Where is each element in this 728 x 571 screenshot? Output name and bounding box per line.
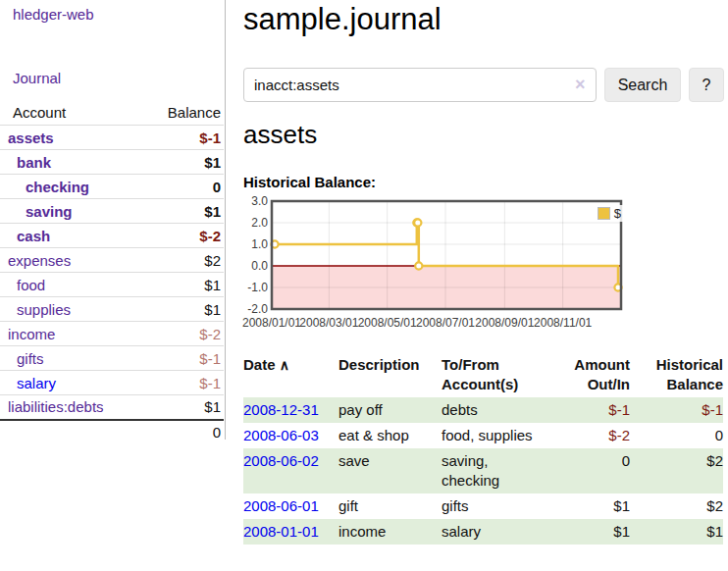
chart-legend: $ bbox=[596, 205, 623, 222]
account-balance: $-1 bbox=[145, 346, 224, 371]
transaction-accounts: gifts bbox=[442, 493, 549, 519]
account-link-cash[interactable]: cash bbox=[17, 228, 50, 244]
transaction-description: save bbox=[338, 448, 442, 493]
y-axis-tick: 1.0 bbox=[235, 237, 268, 251]
account-row: food$1 bbox=[0, 273, 224, 297]
account-balance: $1 bbox=[145, 395, 224, 420]
account-balance: $-2 bbox=[145, 224, 224, 248]
transaction-accounts: salary bbox=[442, 519, 549, 545]
account-link-food[interactable]: food bbox=[17, 277, 45, 293]
account-row: salary$-1 bbox=[0, 371, 224, 395]
account-link-expenses[interactable]: expenses bbox=[8, 252, 71, 269]
account-link-salary[interactable]: salary bbox=[17, 375, 56, 391]
transaction-amount: $-1 bbox=[549, 397, 630, 423]
accounts-table-header: Account Balance bbox=[0, 100, 224, 126]
hledger-web-app: hledger-web Journal Account Balance asse… bbox=[0, 0, 728, 571]
account-balance: $1 bbox=[145, 199, 224, 224]
transaction-accounts: food, supplies bbox=[442, 423, 549, 448]
account-link-income[interactable]: income bbox=[8, 326, 55, 342]
accounts-header-balance: Balance bbox=[145, 100, 224, 126]
search-button[interactable]: Search bbox=[604, 68, 681, 102]
transaction-amount: 0 bbox=[549, 448, 630, 493]
transaction-description: eat & shop bbox=[338, 423, 442, 448]
y-axis-tick: 2.0 bbox=[235, 216, 268, 230]
account-row: bank$1 bbox=[0, 150, 224, 175]
chart-plot-area[interactable] bbox=[235, 198, 632, 318]
account-balance: $2 bbox=[145, 248, 224, 273]
accounts-total-spacer bbox=[0, 420, 145, 444]
account-link-checking[interactable]: checking bbox=[26, 179, 89, 195]
account-link-bank[interactable]: bank bbox=[17, 154, 51, 171]
app-title-link[interactable]: hledger-web bbox=[13, 6, 94, 23]
account-balance: $1 bbox=[145, 273, 224, 297]
account-balance: $-1 bbox=[145, 371, 224, 395]
register-header-amount: Amount Out/In bbox=[549, 353, 630, 397]
transaction-balance: $1 bbox=[630, 519, 723, 545]
account-row: liabilities:debts$1 bbox=[0, 395, 224, 420]
transaction-balance: $-1 bbox=[630, 397, 723, 423]
transaction-balance: 0 bbox=[630, 423, 723, 448]
transaction-description: gift bbox=[338, 493, 442, 519]
account-row: gifts$-1 bbox=[0, 346, 224, 371]
account-row: cash$-2 bbox=[0, 224, 224, 248]
account-balance: 0 bbox=[145, 175, 224, 199]
account-link-supplies[interactable]: supplies bbox=[17, 301, 71, 318]
x-axis-tick: 2008/01/01 bbox=[237, 316, 306, 330]
accounts-total-value: 0 bbox=[145, 420, 224, 444]
transaction-date-link[interactable]: 2008-06-02 bbox=[243, 452, 319, 469]
transaction-date-link[interactable]: 2008-01-01 bbox=[243, 523, 319, 540]
sort-ascending-icon[interactable]: ∧ bbox=[280, 357, 289, 373]
help-button[interactable]: ? bbox=[689, 68, 724, 102]
y-axis-tick: 0.0 bbox=[235, 259, 268, 273]
account-link-assets[interactable]: assets bbox=[8, 130, 54, 146]
x-axis-tick: 2008/05/01 bbox=[353, 316, 422, 330]
accounts-total-row: 0 bbox=[0, 420, 224, 444]
transaction-balance: $2 bbox=[630, 448, 723, 493]
date-header-label: Date bbox=[243, 356, 276, 373]
register-row: 2008-01-01incomesalary$1$1 bbox=[243, 519, 723, 545]
account-row: expenses$2 bbox=[0, 248, 224, 273]
x-axis-tick: 2008/09/01 bbox=[470, 316, 539, 330]
register-table-header: Date ∧ Description To/From Account(s) Am… bbox=[243, 353, 723, 397]
accounts-table: Account Balance assets$-1bank$1checking0… bbox=[0, 100, 224, 444]
sidebar: hledger-web Journal Account Balance asse… bbox=[0, 0, 226, 440]
account-link-gifts[interactable]: gifts bbox=[17, 350, 44, 367]
search-input[interactable] bbox=[243, 68, 597, 102]
account-link-liabilities-debts[interactable]: liabilities:debts bbox=[8, 398, 104, 415]
y-axis-tick: -2.0 bbox=[235, 302, 268, 316]
transaction-date-link[interactable]: 2008-12-31 bbox=[243, 401, 319, 418]
chart-title-label: Historical Balance: bbox=[243, 174, 376, 190]
register-header-balance: Historical Balance bbox=[630, 353, 723, 397]
account-row: income$-2 bbox=[0, 322, 224, 346]
account-heading: assets bbox=[243, 120, 317, 150]
account-link-saving[interactable]: saving bbox=[26, 203, 73, 220]
clear-search-icon[interactable]: × bbox=[575, 75, 586, 95]
y-axis-tick: 3.0 bbox=[235, 194, 268, 208]
register-header-description: Description bbox=[338, 353, 442, 397]
sidebar-item-journal[interactable]: Journal bbox=[13, 70, 61, 86]
legend-series-label: $ bbox=[614, 206, 621, 221]
register-row: 2008-06-03eat & shopfood, supplies$-20 bbox=[243, 423, 723, 448]
transaction-accounts: debts bbox=[442, 397, 549, 423]
account-balance: $1 bbox=[145, 150, 224, 175]
register-header-accounts: To/From Account(s) bbox=[442, 353, 549, 397]
transaction-description: pay off bbox=[338, 397, 442, 423]
account-balance: $-2 bbox=[145, 322, 224, 346]
transaction-date-link[interactable]: 2008-06-01 bbox=[243, 497, 319, 514]
account-row: checking0 bbox=[0, 175, 224, 199]
transaction-balance: $2 bbox=[630, 493, 723, 519]
account-row: saving$1 bbox=[0, 199, 224, 224]
register-row: 2008-06-02savesaving, checking0$2 bbox=[243, 448, 723, 493]
transaction-amount: $1 bbox=[549, 493, 630, 519]
register-header-date[interactable]: Date ∧ bbox=[243, 353, 338, 397]
x-axis-tick: 2008/11/01 bbox=[529, 316, 598, 330]
legend-swatch-icon bbox=[598, 207, 610, 220]
register-table: Date ∧ Description To/From Account(s) Am… bbox=[243, 353, 723, 545]
y-axis-tick: -1.0 bbox=[235, 281, 268, 294]
page-title: sample.journal bbox=[243, 2, 442, 37]
transaction-amount: $-2 bbox=[549, 423, 630, 448]
account-balance: $1 bbox=[145, 297, 224, 322]
account-row: assets$-1 bbox=[0, 126, 224, 150]
account-row: supplies$1 bbox=[0, 297, 224, 322]
transaction-date-link[interactable]: 2008-06-03 bbox=[243, 427, 319, 443]
